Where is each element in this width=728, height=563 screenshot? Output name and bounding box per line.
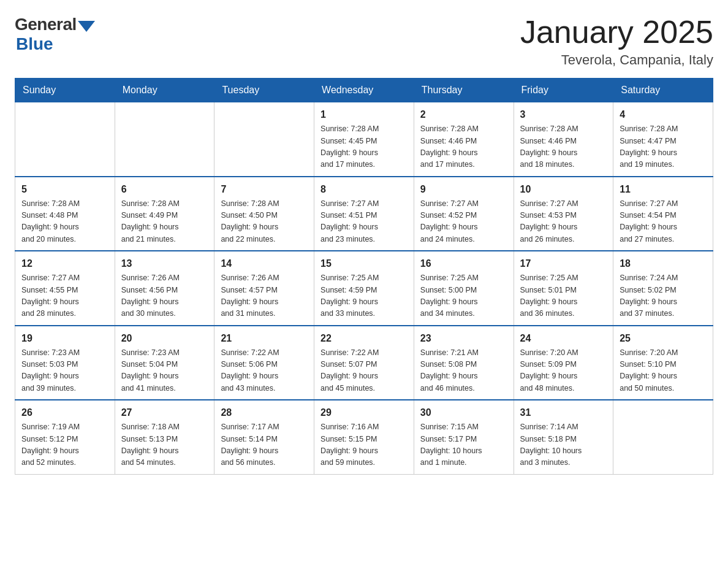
day-info: Sunrise: 7:26 AM Sunset: 4:57 PM Dayligh… [221, 272, 308, 320]
day-number: 8 [320, 182, 408, 197]
calendar-cell: 25Sunrise: 7:20 AM Sunset: 5:10 PM Dayli… [613, 326, 713, 400]
day-info: Sunrise: 7:25 AM Sunset: 5:01 PM Dayligh… [520, 272, 607, 320]
calendar-cell [613, 400, 713, 474]
day-info: Sunrise: 7:27 AM Sunset: 4:52 PM Dayligh… [420, 198, 507, 246]
day-number: 1 [320, 107, 408, 122]
day-number: 7 [221, 182, 308, 197]
calendar-cell: 2Sunrise: 7:28 AM Sunset: 4:46 PM Daylig… [414, 102, 514, 177]
day-info: Sunrise: 7:16 AM Sunset: 5:15 PM Dayligh… [320, 421, 408, 469]
day-number: 25 [620, 331, 707, 346]
day-info: Sunrise: 7:14 AM Sunset: 5:18 PM Dayligh… [520, 421, 607, 469]
logo-general-text: General [15, 15, 77, 34]
day-number: 26 [21, 405, 108, 420]
column-header-tuesday: Tuesday [214, 79, 314, 102]
calendar-cell: 22Sunrise: 7:22 AM Sunset: 5:07 PM Dayli… [314, 326, 414, 400]
column-header-thursday: Thursday [414, 79, 514, 102]
calendar-cell [115, 102, 214, 177]
day-number: 15 [320, 256, 408, 271]
calendar-week-row: 1Sunrise: 7:28 AM Sunset: 4:45 PM Daylig… [15, 102, 713, 177]
calendar-cell: 21Sunrise: 7:22 AM Sunset: 5:06 PM Dayli… [214, 326, 314, 400]
calendar-cell: 16Sunrise: 7:25 AM Sunset: 5:00 PM Dayli… [414, 251, 514, 326]
day-info: Sunrise: 7:28 AM Sunset: 4:49 PM Dayligh… [121, 198, 208, 246]
location: Teverola, Campania, Italy [520, 52, 713, 68]
calendar-cell: 9Sunrise: 7:27 AM Sunset: 4:52 PM Daylig… [414, 177, 514, 251]
calendar-cell: 30Sunrise: 7:15 AM Sunset: 5:17 PM Dayli… [414, 400, 514, 474]
day-number: 9 [420, 182, 507, 197]
day-number: 22 [320, 331, 408, 346]
day-info: Sunrise: 7:28 AM Sunset: 4:46 PM Dayligh… [420, 123, 507, 171]
column-header-sunday: Sunday [15, 79, 115, 102]
day-number: 18 [620, 256, 707, 271]
title-block: January 2025 Teverola, Campania, Italy [520, 15, 713, 68]
calendar-cell: 26Sunrise: 7:19 AM Sunset: 5:12 PM Dayli… [15, 400, 115, 474]
calendar-cell: 28Sunrise: 7:17 AM Sunset: 5:14 PM Dayli… [214, 400, 314, 474]
day-info: Sunrise: 7:18 AM Sunset: 5:13 PM Dayligh… [121, 421, 208, 469]
day-number: 16 [420, 256, 507, 271]
day-number: 31 [520, 405, 607, 420]
calendar-cell: 12Sunrise: 7:27 AM Sunset: 4:55 PM Dayli… [15, 251, 115, 326]
calendar-cell: 3Sunrise: 7:28 AM Sunset: 4:46 PM Daylig… [514, 102, 613, 177]
day-info: Sunrise: 7:20 AM Sunset: 5:09 PM Dayligh… [520, 347, 607, 395]
day-info: Sunrise: 7:28 AM Sunset: 4:45 PM Dayligh… [320, 123, 408, 171]
day-number: 3 [520, 107, 607, 122]
day-info: Sunrise: 7:23 AM Sunset: 5:03 PM Dayligh… [21, 347, 108, 395]
column-header-friday: Friday [514, 79, 613, 102]
day-number: 23 [420, 331, 507, 346]
day-number: 5 [21, 182, 108, 197]
calendar-cell: 20Sunrise: 7:23 AM Sunset: 5:04 PM Dayli… [115, 326, 214, 400]
day-info: Sunrise: 7:22 AM Sunset: 5:06 PM Dayligh… [221, 347, 308, 395]
day-info: Sunrise: 7:27 AM Sunset: 4:51 PM Dayligh… [320, 198, 408, 246]
day-number: 27 [121, 405, 208, 420]
calendar-cell: 18Sunrise: 7:24 AM Sunset: 5:02 PM Dayli… [613, 251, 713, 326]
day-info: Sunrise: 7:24 AM Sunset: 5:02 PM Dayligh… [620, 272, 707, 320]
day-number: 10 [520, 182, 607, 197]
page-header: General Blue January 2025 Teverola, Camp… [15, 15, 713, 68]
calendar-cell: 1Sunrise: 7:28 AM Sunset: 4:45 PM Daylig… [314, 102, 414, 177]
day-number: 4 [620, 107, 707, 122]
calendar-week-row: 12Sunrise: 7:27 AM Sunset: 4:55 PM Dayli… [15, 251, 713, 326]
day-info: Sunrise: 7:15 AM Sunset: 5:17 PM Dayligh… [420, 421, 507, 469]
calendar-header-row: SundayMondayTuesdayWednesdayThursdayFrid… [15, 79, 713, 102]
day-info: Sunrise: 7:20 AM Sunset: 5:10 PM Dayligh… [620, 347, 707, 395]
day-info: Sunrise: 7:28 AM Sunset: 4:50 PM Dayligh… [221, 198, 308, 246]
calendar-week-row: 5Sunrise: 7:28 AM Sunset: 4:48 PM Daylig… [15, 177, 713, 251]
day-info: Sunrise: 7:28 AM Sunset: 4:46 PM Dayligh… [520, 123, 607, 171]
calendar-cell [15, 102, 115, 177]
calendar-week-row: 26Sunrise: 7:19 AM Sunset: 5:12 PM Dayli… [15, 400, 713, 474]
day-number: 6 [121, 182, 208, 197]
day-info: Sunrise: 7:25 AM Sunset: 5:00 PM Dayligh… [420, 272, 507, 320]
calendar-cell: 14Sunrise: 7:26 AM Sunset: 4:57 PM Dayli… [214, 251, 314, 326]
calendar-cell: 17Sunrise: 7:25 AM Sunset: 5:01 PM Dayli… [514, 251, 613, 326]
calendar-cell: 31Sunrise: 7:14 AM Sunset: 5:18 PM Dayli… [514, 400, 613, 474]
day-number: 14 [221, 256, 308, 271]
logo: General Blue [15, 15, 95, 54]
calendar-cell: 11Sunrise: 7:27 AM Sunset: 4:54 PM Dayli… [613, 177, 713, 251]
day-number: 13 [121, 256, 208, 271]
day-info: Sunrise: 7:28 AM Sunset: 4:47 PM Dayligh… [620, 123, 707, 171]
day-number: 21 [221, 331, 308, 346]
calendar-cell [214, 102, 314, 177]
calendar-cell: 23Sunrise: 7:21 AM Sunset: 5:08 PM Dayli… [414, 326, 514, 400]
day-number: 20 [121, 331, 208, 346]
day-info: Sunrise: 7:27 AM Sunset: 4:54 PM Dayligh… [620, 198, 707, 246]
day-info: Sunrise: 7:25 AM Sunset: 4:59 PM Dayligh… [320, 272, 408, 320]
column-header-saturday: Saturday [613, 79, 713, 102]
day-number: 19 [21, 331, 108, 346]
calendar-cell: 29Sunrise: 7:16 AM Sunset: 5:15 PM Dayli… [314, 400, 414, 474]
calendar-cell: 10Sunrise: 7:27 AM Sunset: 4:53 PM Dayli… [514, 177, 613, 251]
calendar-cell: 13Sunrise: 7:26 AM Sunset: 4:56 PM Dayli… [115, 251, 214, 326]
month-title: January 2025 [520, 15, 713, 50]
day-number: 30 [420, 405, 507, 420]
day-number: 11 [620, 182, 707, 197]
day-info: Sunrise: 7:17 AM Sunset: 5:14 PM Dayligh… [221, 421, 308, 469]
day-info: Sunrise: 7:28 AM Sunset: 4:48 PM Dayligh… [21, 198, 108, 246]
day-number: 17 [520, 256, 607, 271]
calendar-cell: 8Sunrise: 7:27 AM Sunset: 4:51 PM Daylig… [314, 177, 414, 251]
day-info: Sunrise: 7:19 AM Sunset: 5:12 PM Dayligh… [21, 421, 108, 469]
day-info: Sunrise: 7:26 AM Sunset: 4:56 PM Dayligh… [121, 272, 208, 320]
calendar-table: SundayMondayTuesdayWednesdayThursdayFrid… [15, 78, 713, 475]
calendar-cell: 15Sunrise: 7:25 AM Sunset: 4:59 PM Dayli… [314, 251, 414, 326]
calendar-cell: 27Sunrise: 7:18 AM Sunset: 5:13 PM Dayli… [115, 400, 214, 474]
day-number: 24 [520, 331, 607, 346]
day-number: 29 [320, 405, 408, 420]
